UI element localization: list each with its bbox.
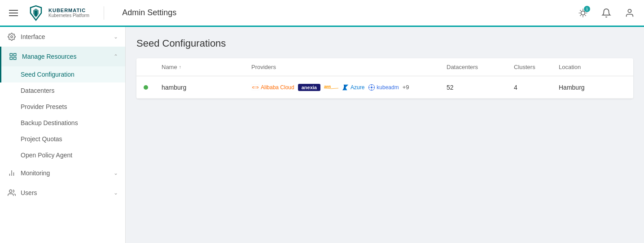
svg-rect-7	[10, 53, 12, 56]
main-content: Seed Configurations Name ↑ Providers Dat…	[126, 27, 644, 243]
svg-point-4	[581, 11, 585, 15]
row-status	[144, 85, 162, 90]
theme-badge: 1	[584, 6, 590, 12]
sidebar-item-project-quotas[interactable]: Project Quotas	[0, 131, 125, 147]
theme-toggle-button[interactable]: 1	[576, 6, 590, 20]
row-name: hamburg	[162, 84, 251, 91]
project-quotas-label: Project Quotas	[21, 135, 62, 143]
provider-aws: aws	[324, 82, 338, 92]
svg-rect-17	[254, 87, 257, 88]
logo-area: KUBERMATIC Kubernetes Platform	[27, 4, 89, 22]
svg-text:aws: aws	[324, 84, 331, 89]
logo-text: KUBERMATIC Kubernetes Platform	[48, 8, 89, 18]
col-clusters-header: Clusters	[514, 64, 559, 70]
sort-icon: ↑	[179, 65, 181, 69]
kubeadm-label: kubeadm	[377, 84, 399, 91]
col-providers-header: Providers	[251, 64, 447, 70]
svg-point-5	[628, 9, 631, 12]
monitoring-label: Monitoring	[21, 169, 109, 177]
datacenters-label: Datacenters	[21, 87, 54, 94]
users-icon	[7, 188, 16, 197]
table-row[interactable]: hamburg Alibaba Cloud anexia	[136, 76, 633, 99]
sidebar-item-open-policy-agent[interactable]: Open Policy Agent	[0, 147, 125, 163]
logo-subtitle-label: Kubernetes Platform	[48, 13, 89, 18]
layout: Interface ⌄ Manage Resources ⌃ Seed Conf…	[0, 27, 644, 243]
open-policy-agent-label: Open Policy Agent	[21, 152, 72, 159]
svg-point-6	[11, 36, 13, 38]
interface-label: Interface	[21, 33, 109, 40]
page-title: Seed Configurations	[136, 38, 633, 49]
col-datacenters-header: Datacenters	[447, 64, 514, 70]
manage-resources-icon	[9, 52, 18, 61]
sidebar: Interface ⌄ Manage Resources ⌃ Seed Conf…	[0, 27, 126, 243]
monitoring-icon	[7, 169, 16, 178]
provider-more: +9	[403, 84, 409, 91]
topbar-right: 1	[576, 6, 637, 20]
topbar-divider	[104, 6, 104, 20]
notifications-button[interactable]	[599, 6, 613, 20]
settings-icon	[7, 32, 16, 41]
provider-alibaba: Alibaba Cloud	[251, 84, 294, 91]
backup-destinations-label: Backup Destinations	[21, 119, 78, 126]
sidebar-item-manage-resources[interactable]: Manage Resources ⌃	[0, 47, 125, 66]
svg-rect-10	[10, 57, 12, 60]
sidebar-item-users[interactable]: Users ⌄	[0, 183, 125, 203]
sidebar-item-datacenters[interactable]: Datacenters	[0, 82, 125, 99]
topbar: KUBERMATIC Kubernetes Platform Admin Set…	[0, 0, 644, 27]
kubeadm-icon	[368, 84, 375, 91]
alibaba-label: Alibaba Cloud	[261, 84, 294, 91]
azure-icon	[342, 84, 349, 91]
sidebar-item-seed-configuration[interactable]: Seed Configuration	[0, 66, 125, 82]
svg-point-14	[9, 190, 12, 192]
svg-rect-9	[14, 57, 16, 60]
azure-label: Azure	[350, 84, 364, 91]
interface-chevron: ⌄	[114, 34, 118, 40]
col-status-header	[144, 64, 162, 70]
logo-kubermatic-label: KUBERMATIC	[48, 8, 89, 13]
seed-configuration-label: Seed Configuration	[21, 71, 74, 78]
row-clusters: 4	[514, 84, 559, 91]
row-datacenters: 52	[447, 84, 514, 91]
provider-anexia: anexia	[298, 84, 320, 91]
svg-rect-3	[35, 11, 37, 16]
alibaba-icon	[251, 84, 259, 91]
row-location: Hamburg	[559, 84, 626, 91]
row-providers: Alibaba Cloud anexia aws	[251, 82, 447, 92]
sidebar-item-interface[interactable]: Interface ⌄	[0, 27, 125, 47]
table-header: Name ↑ Providers Datacenters Clusters Lo…	[136, 58, 633, 76]
manage-resources-label: Manage Resources	[22, 53, 109, 60]
user-profile-button[interactable]	[622, 6, 637, 20]
sidebar-item-provider-presets[interactable]: Provider Presets	[0, 99, 125, 115]
menu-toggle[interactable]	[7, 8, 20, 18]
aws-icon: aws	[324, 82, 338, 91]
page-title-header: Admin Settings	[122, 8, 176, 17]
users-chevron: ⌄	[114, 190, 118, 196]
col-name-header[interactable]: Name ↑	[162, 64, 251, 70]
status-dot-active	[144, 85, 148, 90]
col-location-header: Location	[559, 64, 626, 70]
svg-rect-8	[14, 53, 16, 56]
svg-point-22	[371, 87, 372, 88]
manage-resources-chevron: ⌃	[114, 53, 118, 60]
sidebar-item-backup-destinations[interactable]: Backup Destinations	[0, 115, 125, 131]
provider-presets-label: Provider Presets	[21, 103, 67, 110]
provider-kubeadm: kubeadm	[368, 84, 399, 91]
sidebar-item-monitoring[interactable]: Monitoring ⌄	[0, 163, 125, 183]
users-label: Users	[21, 189, 109, 196]
kubermatic-logo	[27, 4, 45, 22]
monitoring-chevron: ⌄	[114, 170, 118, 176]
seed-config-table: Name ↑ Providers Datacenters Clusters Lo…	[136, 58, 633, 99]
provider-azure: Azure	[342, 84, 364, 91]
